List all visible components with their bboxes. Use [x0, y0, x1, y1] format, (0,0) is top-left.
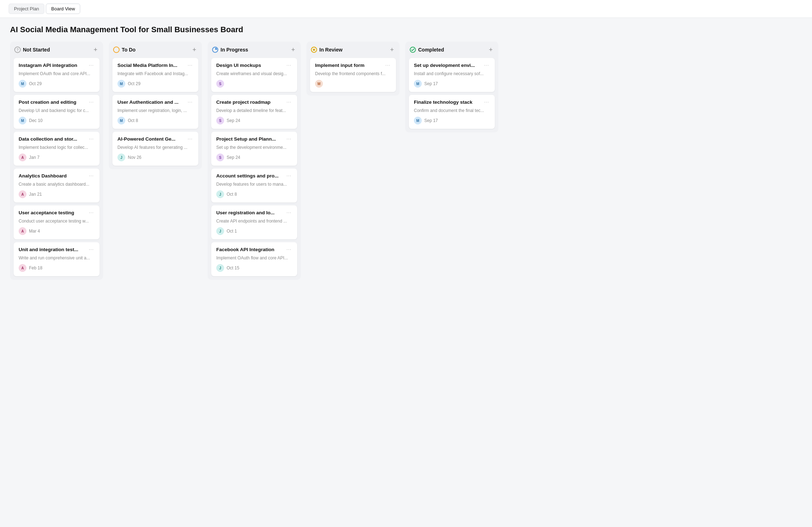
- card-footer-card-14: JOct 1: [216, 227, 292, 235]
- card-footer-card-1: MOct 29: [19, 80, 95, 88]
- card-card-7[interactable]: Social Media Platform In...···Integrate …: [112, 58, 198, 92]
- card-card-15[interactable]: Facebook API Integration···Implement OAu…: [211, 242, 297, 276]
- card-footer-card-3: AJan 7: [19, 153, 95, 161]
- card-menu-button-card-7[interactable]: ···: [187, 62, 193, 68]
- card-menu-button-card-17[interactable]: ···: [483, 62, 490, 68]
- column-add-button-completed[interactable]: +: [487, 46, 494, 54]
- column-status-icon-to-do: [113, 47, 120, 53]
- card-menu-button-card-13[interactable]: ···: [286, 173, 292, 178]
- card-date-card-13: Oct 8: [227, 192, 237, 197]
- card-menu-button-card-2[interactable]: ···: [88, 99, 95, 104]
- page-content: AI Social Media Management Tool for Smal…: [0, 18, 812, 287]
- card-menu-button-card-9[interactable]: ···: [187, 136, 193, 141]
- card-card-2[interactable]: Post creation and editing···Develop UI a…: [14, 95, 100, 129]
- card-desc-card-4: Create a basic analytics dashboard...: [19, 181, 95, 187]
- column-not-started: ?Not Started+Instagram API integration··…: [10, 42, 103, 280]
- card-date-card-14: Oct 1: [227, 229, 237, 234]
- card-card-5[interactable]: User acceptance testing···Conduct user a…: [14, 205, 100, 239]
- card-desc-card-6: Write and run comprehensive unit a...: [19, 255, 95, 261]
- card-menu-button-card-1[interactable]: ···: [88, 62, 95, 68]
- card-card-14[interactable]: User registration and lo...···Create API…: [211, 205, 297, 239]
- card-card-9[interactable]: AI-Powered Content Ge...···Develop AI fe…: [112, 132, 198, 166]
- card-menu-button-card-15[interactable]: ···: [286, 247, 292, 252]
- card-header-card-4: Analytics Dashboard···: [19, 173, 95, 179]
- column-title-completed: Completed: [418, 47, 444, 53]
- card-menu-button-card-8[interactable]: ···: [187, 99, 193, 104]
- card-footer-card-18: MSep 17: [414, 117, 490, 125]
- card-card-12[interactable]: Project Setup and Plann...···Set up the …: [211, 132, 297, 166]
- card-title-card-11: Create project roadmap: [216, 99, 284, 106]
- card-date-card-5: Mar 4: [29, 229, 40, 234]
- card-date-card-7: Oct 29: [128, 81, 140, 86]
- card-title-card-3: Data collection and stor...: [19, 136, 86, 142]
- card-title-card-15: Facebook API Integration: [216, 247, 284, 253]
- card-menu-button-card-4[interactable]: ···: [88, 173, 95, 178]
- column-add-button-not-started[interactable]: +: [92, 46, 99, 54]
- card-menu-button-card-5[interactable]: ···: [88, 210, 95, 215]
- column-title-in-progress: In Progress: [221, 47, 248, 53]
- card-menu-button-card-12[interactable]: ···: [286, 136, 292, 141]
- avatar: A: [19, 264, 26, 272]
- top-bar: Project PlanBoard View: [0, 0, 812, 18]
- card-title-card-10: Design UI mockups: [216, 62, 284, 69]
- card-footer-card-12: SSep 24: [216, 153, 292, 161]
- card-footer-card-13: JOct 8: [216, 190, 292, 198]
- card-card-17[interactable]: Set up development envi...···Install and…: [409, 58, 495, 92]
- card-footer-card-2: MDec 10: [19, 117, 95, 125]
- card-card-11[interactable]: Create project roadmap···Develop a detai…: [211, 95, 297, 129]
- column-header-not-started: ?Not Started+: [14, 45, 100, 54]
- card-card-8[interactable]: User Authentication and ...···Implement …: [112, 95, 198, 129]
- card-title-card-7: Social Media Platform In...: [117, 62, 185, 69]
- card-footer-card-11: SSep 24: [216, 117, 292, 125]
- card-menu-button-card-14[interactable]: ···: [286, 210, 292, 215]
- card-card-18[interactable]: Finalize technology stack···Confirm and …: [409, 95, 495, 129]
- card-menu-button-card-6[interactable]: ···: [88, 247, 95, 252]
- card-desc-card-16: Develop the frontend components f...: [315, 71, 391, 77]
- card-card-1[interactable]: Instagram API integration···Implement OA…: [14, 58, 100, 92]
- card-card-10[interactable]: Design UI mockups···Create wireframes an…: [211, 58, 297, 92]
- card-header-card-14: User registration and lo...···: [216, 210, 292, 216]
- card-card-6[interactable]: Unit and integration test...···Write and…: [14, 242, 100, 276]
- card-desc-card-17: Install and configure necessary sof...: [414, 71, 490, 77]
- card-menu-button-card-11[interactable]: ···: [286, 99, 292, 104]
- card-menu-button-card-16[interactable]: ···: [385, 62, 391, 68]
- column-status-icon-not-started: ?: [14, 47, 21, 53]
- card-footer-card-10: S: [216, 80, 292, 88]
- column-add-button-in-review[interactable]: +: [388, 46, 395, 54]
- card-desc-card-3: Implement backend logic for collec...: [19, 145, 95, 151]
- card-desc-card-8: Implement user registration, login, ...: [117, 108, 193, 114]
- card-menu-button-card-3[interactable]: ···: [88, 136, 95, 141]
- avatar: S: [216, 153, 224, 161]
- card-title-card-2: Post creation and editing: [19, 99, 86, 106]
- card-header-card-7: Social Media Platform In...···: [117, 62, 193, 69]
- column-title-to-do: To Do: [122, 47, 136, 53]
- column-header-left-not-started: ?Not Started: [14, 47, 50, 53]
- card-desc-card-2: Develop UI and backend logic for c...: [19, 108, 95, 114]
- card-menu-button-card-10[interactable]: ···: [286, 62, 292, 68]
- card-header-card-2: Post creation and editing···: [19, 99, 95, 106]
- avatar: J: [216, 227, 224, 235]
- card-title-card-14: User registration and lo...: [216, 210, 284, 216]
- column-title-not-started: Not Started: [23, 47, 50, 53]
- card-card-4[interactable]: Analytics Dashboard···Create a basic ana…: [14, 169, 100, 202]
- card-header-card-8: User Authentication and ...···: [117, 99, 193, 106]
- card-footer-card-15: JOct 15: [216, 264, 292, 272]
- card-footer-card-4: AJan 21: [19, 190, 95, 198]
- card-card-13[interactable]: Account settings and pro...···Develop fe…: [211, 169, 297, 202]
- avatar: J: [117, 153, 125, 161]
- column-add-button-in-progress[interactable]: +: [290, 46, 296, 54]
- column-header-left-to-do: To Do: [113, 47, 136, 53]
- column-status-icon-completed: [410, 47, 416, 53]
- avatar: A: [19, 227, 26, 235]
- card-title-card-9: AI-Powered Content Ge...: [117, 136, 185, 142]
- avatar: A: [19, 153, 26, 161]
- card-menu-button-card-18[interactable]: ···: [483, 99, 490, 104]
- tab-project-plan[interactable]: Project Plan: [9, 4, 44, 14]
- column-status-icon-in-progress: [212, 47, 218, 53]
- card-card-16[interactable]: Implement input form···Develop the front…: [310, 58, 396, 92]
- card-title-card-18: Finalize technology stack: [414, 99, 481, 106]
- column-add-button-to-do[interactable]: +: [191, 46, 198, 54]
- card-header-card-16: Implement input form···: [315, 62, 391, 69]
- card-card-3[interactable]: Data collection and stor...···Implement …: [14, 132, 100, 166]
- tab-board-view[interactable]: Board View: [46, 4, 80, 14]
